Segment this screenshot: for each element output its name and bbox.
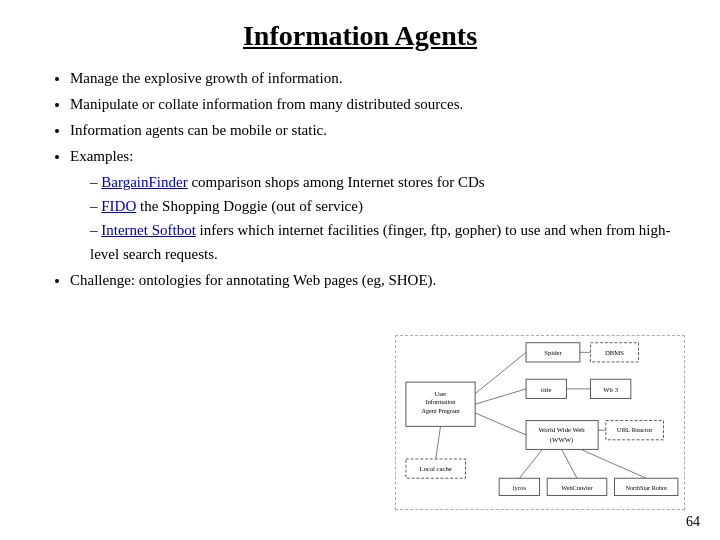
svg-text:User: User bbox=[435, 390, 448, 397]
slide: Information Agents Manage the explosive … bbox=[0, 0, 720, 540]
svg-text:Agent Program: Agent Program bbox=[421, 407, 459, 414]
svg-line-32 bbox=[519, 449, 542, 478]
sub-bullet-list: BargainFinder comparison shops among Int… bbox=[70, 170, 680, 266]
svg-text:lycos: lycos bbox=[513, 484, 527, 491]
sub-bullet-1: BargainFinder comparison shops among Int… bbox=[90, 170, 680, 194]
svg-line-25 bbox=[475, 352, 526, 393]
bullet-list: Manage the explosive growth of informati… bbox=[40, 66, 680, 292]
svg-text:DBMS: DBMS bbox=[605, 349, 624, 356]
svg-line-34 bbox=[581, 449, 646, 478]
sub-bullet-1-text: comparison shops among Internet stores f… bbox=[188, 174, 485, 190]
svg-text:URL Reactor: URL Reactor bbox=[617, 426, 654, 433]
slide-title: Information Agents bbox=[40, 20, 680, 52]
svg-line-27 bbox=[475, 413, 526, 435]
svg-text:Spider: Spider bbox=[544, 349, 562, 356]
diagram-svg: User Information Agent Program Spider DB… bbox=[395, 335, 685, 510]
svg-text:title: title bbox=[541, 386, 551, 393]
bargainfinder-link[interactable]: BargainFinder bbox=[101, 174, 187, 190]
page-number: 64 bbox=[686, 514, 700, 530]
svg-line-33 bbox=[562, 449, 577, 478]
sub-bullet-2: FIDO the Shopping Doggie (out of service… bbox=[90, 194, 680, 218]
svg-text:Information: Information bbox=[426, 398, 457, 405]
bullet-2: Manipulate or collate information from m… bbox=[70, 92, 680, 116]
internet-softbot-link[interactable]: Internet Softbot bbox=[101, 222, 196, 238]
svg-text:Local cache: Local cache bbox=[420, 465, 452, 472]
svg-line-26 bbox=[475, 389, 526, 404]
svg-text:NorthStar Robot: NorthStar Robot bbox=[626, 484, 668, 491]
svg-text:WebCrawler: WebCrawler bbox=[561, 484, 593, 491]
svg-text:World Wide Web: World Wide Web bbox=[539, 426, 586, 433]
svg-text:Wb 3: Wb 3 bbox=[603, 386, 618, 393]
diagram: User Information Agent Program Spider DB… bbox=[395, 335, 685, 510]
svg-text:(WWW): (WWW) bbox=[550, 436, 574, 444]
fido-link[interactable]: FIDO bbox=[101, 198, 136, 214]
sub-bullet-3: Internet Softbot infers which internet f… bbox=[90, 218, 680, 266]
bullet-4: Examples: BargainFinder comparison shops… bbox=[70, 144, 680, 266]
bullet-1: Manage the explosive growth of informati… bbox=[70, 66, 680, 90]
bullet-challenge: Challenge: ontologies for annotating Web… bbox=[70, 268, 680, 292]
bullet-3: Information agents can be mobile or stat… bbox=[70, 118, 680, 142]
svg-line-28 bbox=[436, 426, 441, 459]
sub-bullet-2-text: the Shopping Doggie (out of service) bbox=[136, 198, 363, 214]
